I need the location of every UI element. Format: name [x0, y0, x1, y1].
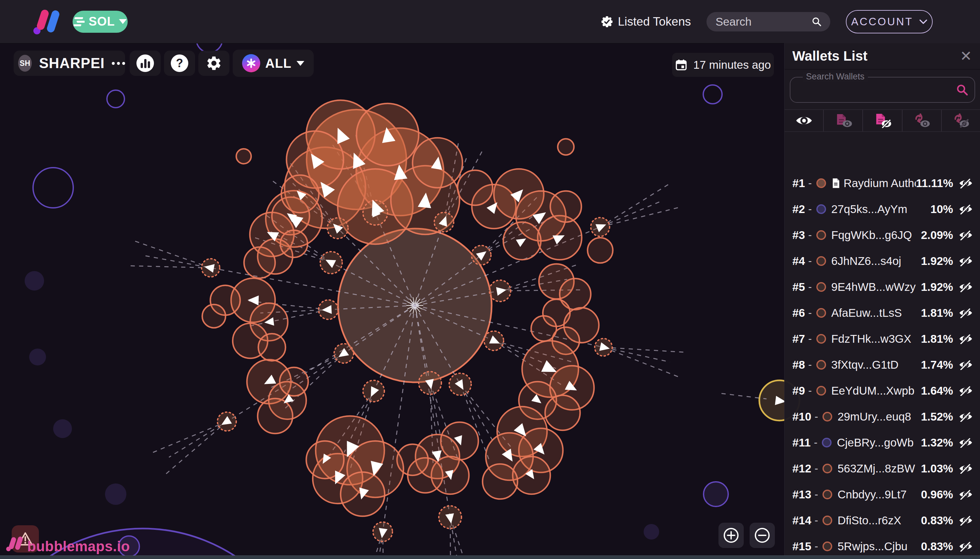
window-edge: [0, 556, 980, 559]
wallet-address[interactable]: 5Rwjps...Cjbu: [837, 540, 907, 553]
help-button[interactable]: ?: [164, 51, 195, 76]
wallet-bubble-dot: [823, 516, 832, 525]
rank-separator: -: [808, 177, 812, 189]
search-input[interactable]: [715, 15, 791, 28]
wallet-row[interactable]: #6-AfaEuw...tLsS1.81%: [785, 300, 980, 326]
magic-star-icon: [242, 54, 260, 72]
rank-separator: -: [808, 359, 812, 371]
wallet-bubble: [558, 139, 574, 155]
wallet-address[interactable]: FdzTHk...w3GX: [831, 332, 911, 345]
filter-eye-icon[interactable]: [785, 110, 824, 131]
settings-button[interactable]: [198, 51, 229, 76]
wallet-row[interactable]: #2-27q5ks...AyYm10%: [785, 196, 980, 222]
eye-off-icon[interactable]: [959, 178, 973, 189]
more-options-icon[interactable]: [112, 62, 125, 65]
wallet-row[interactable]: #4-6JhNZ6...s4oj1.92%: [785, 248, 980, 274]
wallet-bubble-dot: [816, 282, 826, 292]
wallet-bubble: [244, 247, 275, 278]
listed-tokens-label: Listed Tokens: [618, 15, 691, 28]
wallet-rank: #11: [792, 436, 810, 449]
filter-transfer-eye-off-icon[interactable]: [942, 110, 980, 131]
network-select-button[interactable]: SOL: [73, 11, 128, 33]
wallet-address[interactable]: 29mUry...euq8: [837, 410, 911, 423]
wallet-row[interactable]: #1-Raydium Autho...11.11%: [785, 170, 980, 196]
wallet-bubble-dot: [823, 490, 832, 499]
wallet-bubble: [458, 170, 493, 205]
wallet-address[interactable]: Cnbdyy...9Lt7: [837, 488, 906, 501]
wallet-address[interactable]: FqgWKb...g6JQ: [831, 228, 912, 241]
eye-off-icon[interactable]: [959, 437, 973, 448]
chevron-down-icon: [919, 19, 927, 25]
bubblemaps-footer-logo-icon[interactable]: [6, 536, 26, 551]
wallet-address[interactable]: 27q5ks...AyYm: [831, 203, 907, 216]
account-label: ACCOUNT: [851, 16, 913, 28]
decor-circle: [105, 483, 126, 505]
wallet-address[interactable]: 3fXtqv...G1tD: [831, 358, 899, 371]
decor-circle: [107, 90, 124, 108]
wallet-row[interactable]: #3-FqgWKb...g6JQ2.09%: [785, 222, 980, 248]
magic-nodes-filter[interactable]: ALL: [233, 50, 314, 77]
wallet-row[interactable]: #7-FdzTHk...w3GX1.81%: [785, 326, 980, 352]
wallet-rank: #10: [792, 410, 811, 423]
wallet-address[interactable]: 563ZMj...8zBW: [837, 462, 915, 475]
search-icon[interactable]: [812, 17, 822, 27]
wallet-rows: #1-Raydium Autho...11.11%#2-27q5ks...AyY…: [785, 170, 980, 559]
wallet-row[interactable]: #9-EeYdUM...Xwpb1.64%: [785, 378, 980, 404]
zoom-in-button[interactable]: [718, 523, 744, 548]
wallet-address[interactable]: EeYdUM...Xwpb: [831, 384, 914, 397]
wallet-address[interactable]: 9E4hWB...wWzy: [831, 281, 916, 293]
eye-off-icon[interactable]: [959, 412, 973, 422]
wallet-rank: #7: [792, 332, 805, 345]
brand-name[interactable]: bubblemaps.io: [27, 538, 130, 554]
wallet-row[interactable]: #8-3fXtqv...G1tD1.74%: [785, 352, 980, 378]
chart-view-button[interactable]: [130, 51, 161, 76]
eye-off-icon[interactable]: [959, 204, 973, 214]
wallet-row[interactable]: #10-29mUry...euq81.52%: [785, 404, 980, 430]
wallet-bubble-dot: [816, 204, 826, 214]
wallet-bubble: [545, 395, 580, 430]
wallet-rank: #4: [792, 255, 805, 268]
wallet-bubble: [202, 304, 226, 328]
zoom-out-button[interactable]: [750, 523, 775, 548]
wallet-row[interactable]: #12-563ZMj...8zBW1.03%: [785, 456, 980, 481]
wallet-address[interactable]: AfaEuw...tLsS: [831, 306, 902, 319]
account-button[interactable]: ACCOUNT: [846, 10, 933, 33]
eye-off-icon[interactable]: [959, 489, 973, 499]
eye-off-icon[interactable]: [959, 541, 973, 552]
search-icon[interactable]: [956, 83, 968, 96]
eye-off-icon[interactable]: [959, 334, 973, 344]
wallet-percent: 1.32%: [921, 436, 953, 449]
eye-off-icon[interactable]: [959, 256, 973, 266]
eye-off-icon[interactable]: [959, 385, 973, 396]
listed-tokens-toggle[interactable]: Listed Tokens: [602, 15, 691, 28]
eye-off-icon[interactable]: [959, 282, 973, 292]
close-icon[interactable]: ✕: [960, 49, 972, 63]
global-search[interactable]: [706, 12, 830, 31]
wallet-row[interactable]: #13-Cnbdyy...9Lt70.96%: [785, 481, 980, 508]
filter-transfer-eye-icon[interactable]: [902, 110, 942, 131]
data-age-chip[interactable]: 17 minutes ago: [672, 53, 774, 77]
bubblemaps-logo-icon[interactable]: [32, 8, 64, 35]
eye-off-icon[interactable]: [959, 463, 973, 474]
eye-off-icon[interactable]: [959, 230, 973, 240]
rank-separator: -: [808, 229, 812, 241]
eye-off-icon[interactable]: [959, 308, 973, 318]
rank-separator: -: [814, 514, 818, 527]
wallet-address[interactable]: Raydium Autho...: [843, 177, 916, 190]
wallet-row[interactable]: #11-CjeBRy...goWb1.32%: [785, 430, 980, 456]
token-chip[interactable]: SH SHARPEI: [13, 51, 125, 76]
wallet-rank: #14: [792, 514, 811, 527]
decor-circle: [33, 168, 73, 208]
wallet-row[interactable]: #14-DfiSto...r6zX0.83%: [785, 508, 980, 533]
wallet-rank: #8: [792, 358, 805, 371]
wallet-address[interactable]: DfiSto...r6zX: [837, 514, 901, 527]
eye-off-icon[interactable]: [959, 360, 973, 370]
eye-off-icon[interactable]: [959, 515, 973, 526]
wallet-search-input[interactable]: [790, 78, 971, 102]
wallet-address[interactable]: CjeBRy...goWb: [837, 436, 914, 449]
wallet-search-field[interactable]: Search Wallets: [790, 77, 975, 103]
filter-doc-eye-off-icon[interactable]: [863, 110, 902, 131]
filter-doc-eye-icon[interactable]: [824, 110, 863, 131]
wallet-row[interactable]: #5-9E4hWB...wWzy1.92%: [785, 274, 980, 300]
wallet-address[interactable]: 6JhNZ6...s4oj: [831, 255, 901, 268]
